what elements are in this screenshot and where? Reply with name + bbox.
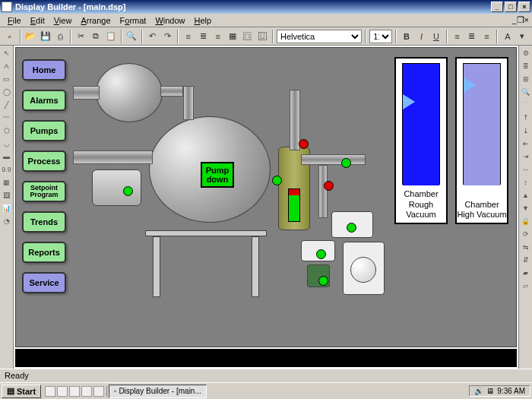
polygon-tool-icon[interactable]: ⬠ xyxy=(1,125,13,137)
ql-icon[interactable] xyxy=(57,386,68,397)
rotate-icon[interactable]: ⟳ xyxy=(520,228,532,240)
pointer-tool-icon[interactable]: ↖ xyxy=(1,47,13,59)
start-label: Start xyxy=(17,387,36,396)
menu-format[interactable]: Format xyxy=(116,16,151,25)
maximize-button[interactable]: □ xyxy=(505,2,517,12)
text-align-right-icon[interactable]: ≡ xyxy=(480,29,494,44)
menu-arrange[interactable]: Arrange xyxy=(76,16,115,25)
nav-alarms-button[interactable]: Alarms xyxy=(22,90,66,111)
font-color-icon[interactable]: A xyxy=(501,29,515,44)
layers-icon[interactable]: ≣ xyxy=(520,60,532,72)
bold-button[interactable]: B xyxy=(400,29,413,44)
align-r-icon[interactable]: ⇥ xyxy=(520,150,532,163)
align-bottom-icon[interactable]: ⤓ xyxy=(520,125,532,137)
undo-icon[interactable]: ↶ xyxy=(146,29,160,44)
gauge-tool-icon[interactable]: ◔ xyxy=(1,215,13,227)
minimize-button[interactable]: _ xyxy=(491,2,503,12)
text-align-left-icon[interactable]: ≡ xyxy=(451,29,464,44)
align-center-icon[interactable]: ≣ xyxy=(197,29,211,44)
left-tool-palette: ↖ A ▭ ◯ ╱ 〰 ⬠ ◡ ▬ 9.9 ▦ 🖼 📊 ◔ xyxy=(0,46,14,369)
tray-icon[interactable]: 🖥 xyxy=(486,387,494,395)
design-canvas[interactable]: Pump down HomeAlarmsPumpsProcessSetpoint… xyxy=(15,47,517,347)
menu-help[interactable]: Help xyxy=(190,16,217,25)
font-select[interactable]: Helvetica xyxy=(277,30,362,43)
copy-icon[interactable]: ⧉ xyxy=(90,29,103,44)
save-icon[interactable]: 💾 xyxy=(39,29,52,44)
chart-tool-icon[interactable]: 📊 xyxy=(1,202,13,214)
close-button[interactable]: × xyxy=(518,2,530,12)
fill-icon[interactable]: ▰ xyxy=(520,267,532,279)
open-icon[interactable]: 📂 xyxy=(24,29,38,44)
underline-button[interactable]: U xyxy=(429,29,443,44)
menu-window[interactable]: Window xyxy=(150,16,189,25)
lock-icon[interactable]: 🔒 xyxy=(520,215,532,227)
menu-view[interactable]: View xyxy=(49,16,77,25)
taskbar-app-button[interactable]: ▫ Display Builder - [main... xyxy=(109,385,207,398)
image-tool-icon[interactable]: 🖼 xyxy=(1,189,13,201)
rect-tool-icon[interactable]: ▭ xyxy=(1,73,13,85)
text-tool-icon[interactable]: A xyxy=(1,60,13,72)
prop-tool-icon[interactable]: ⚙ xyxy=(520,47,532,59)
nav-home-button[interactable]: Home xyxy=(22,59,66,81)
windows-icon: ▤ xyxy=(7,386,14,396)
print-icon[interactable]: ⎙ xyxy=(54,29,68,44)
ql-icon[interactable] xyxy=(45,386,55,397)
more-icon[interactable]: ▾ xyxy=(516,29,530,44)
back-icon[interactable]: ▼ xyxy=(520,202,532,214)
line-tool-icon[interactable]: ╱ xyxy=(1,99,13,111)
start-button[interactable]: ▤ Start xyxy=(2,385,41,398)
align-right-icon[interactable]: ≡ xyxy=(211,29,225,44)
button-tool-icon[interactable]: ▬ xyxy=(1,150,13,163)
ungroup-icon[interactable]: ⿶ xyxy=(256,29,270,44)
table-top xyxy=(145,230,267,236)
numeric-tool-icon[interactable]: 9.9 xyxy=(1,163,13,176)
dist-v-icon[interactable]: ↕ xyxy=(520,176,532,188)
mdi-close-button[interactable]: × xyxy=(524,15,529,25)
table-tool-icon[interactable]: ▦ xyxy=(1,176,13,188)
redo-icon[interactable]: ↷ xyxy=(161,29,175,44)
flip-h-icon[interactable]: ⇋ xyxy=(520,241,532,253)
menu-file[interactable]: File xyxy=(3,16,26,25)
indicator-valve-mid xyxy=(324,181,334,191)
front-icon[interactable]: ▲ xyxy=(520,189,532,201)
cut-icon[interactable]: ✂ xyxy=(74,29,88,44)
font-size-select[interactable]: 11 xyxy=(369,30,392,43)
tray-icon[interactable]: 🔊 xyxy=(474,387,483,395)
nav-service-button[interactable]: Service xyxy=(22,272,66,293)
ellipse-tool-icon[interactable]: ◯ xyxy=(1,86,13,98)
menu-edit[interactable]: Edit xyxy=(26,16,49,25)
arc-tool-icon[interactable]: ◡ xyxy=(1,138,13,150)
text-align-center-icon[interactable]: ≣ xyxy=(465,29,479,44)
nav-pumps-button[interactable]: Pumps xyxy=(22,120,66,141)
pump-down-button[interactable]: Pump down xyxy=(201,162,234,188)
dist-h-icon[interactable]: ↔ xyxy=(520,163,532,176)
new-icon[interactable]: ▫ xyxy=(3,29,17,44)
nav-process-button[interactable]: Process xyxy=(22,150,66,172)
quick-launch xyxy=(43,386,107,397)
group-icon[interactable]: ⿴ xyxy=(241,29,255,44)
ql-icon[interactable] xyxy=(81,386,92,397)
nav-reports-button[interactable]: Reports xyxy=(22,242,66,263)
ql-icon[interactable] xyxy=(93,386,104,397)
nav-setpoint-button[interactable]: Setpoint Program xyxy=(22,181,66,202)
pump-left xyxy=(92,169,141,206)
nav-trends-button[interactable]: Trends xyxy=(22,211,66,233)
flip-v-icon[interactable]: ⇵ xyxy=(520,254,532,266)
ruler-icon[interactable]: ﹉ xyxy=(520,99,532,111)
paste-icon[interactable]: 📋 xyxy=(104,29,118,44)
grid-icon[interactable]: ▦ xyxy=(226,29,240,44)
taskbar-app-icon: ▫ xyxy=(114,387,117,395)
find-icon[interactable]: 🔍 xyxy=(125,29,139,44)
zoom-icon[interactable]: 🔍 xyxy=(520,86,532,98)
align-left-icon[interactable]: ≡ xyxy=(182,29,195,44)
snap-icon[interactable]: ⊞ xyxy=(520,73,532,85)
stroke-icon[interactable]: ▱ xyxy=(520,280,532,292)
align-top-icon[interactable]: ⤒ xyxy=(520,112,532,124)
italic-button[interactable]: I xyxy=(415,29,429,44)
ql-icon[interactable] xyxy=(69,386,80,397)
align-l-icon[interactable]: ⇤ xyxy=(520,138,532,150)
level-indicator xyxy=(288,188,300,222)
polyline-tool-icon[interactable]: 〰 xyxy=(1,112,13,124)
mdi-restore-button[interactable]: ❐ xyxy=(517,15,524,25)
system-tray[interactable]: 🔊 🖥 9:36 AM xyxy=(469,385,530,397)
